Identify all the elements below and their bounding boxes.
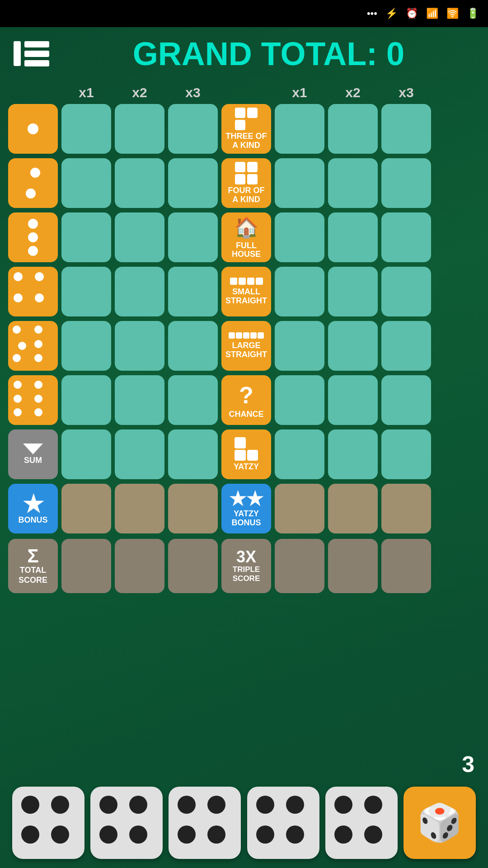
score-2-x1[interactable] [61, 158, 111, 208]
score-5-x3[interactable] [168, 321, 218, 371]
four-kind-x1[interactable] [275, 158, 324, 208]
small-straight-cell[interactable]: SMALLSTRAIGHT [221, 267, 271, 316]
bottom-score-row: Σ TOTALSCORE 3X TRIPLESCORE [8, 539, 480, 593]
total-x2[interactable] [115, 539, 164, 593]
large-straight-cell[interactable]: LARGESTRAIGHT [221, 321, 271, 371]
row-3: 🏠 FULLHOUSE [8, 212, 480, 262]
full-house-label: FULLHOUSE [232, 241, 261, 259]
menu-button[interactable] [14, 41, 49, 66]
score-1-x3[interactable] [168, 104, 218, 154]
die-4[interactable] [247, 787, 319, 859]
dice-face-3[interactable] [8, 212, 58, 262]
roll-button[interactable]: 🎲 [404, 787, 476, 859]
score-4-x3[interactable] [168, 267, 218, 316]
sum-x2[interactable] [115, 429, 164, 479]
chance-x1[interactable] [275, 375, 324, 425]
dice-face-2[interactable] [8, 158, 58, 208]
dice-face-1[interactable] [8, 104, 58, 154]
col-header-x3-left: x3 [168, 85, 218, 100]
total-x3[interactable] [168, 539, 218, 593]
score-3-x1[interactable] [61, 212, 111, 262]
bonus-x3[interactable] [168, 484, 218, 533]
sum-x3[interactable] [168, 429, 218, 479]
yatzy-x3[interactable] [381, 429, 431, 479]
yatzy-cell[interactable]: YATZY [221, 429, 271, 479]
total-score-label: TOTALSCORE [19, 566, 47, 585]
score-6-x2[interactable] [115, 375, 164, 425]
yatzy-label: YATZY [234, 462, 259, 472]
four-of-a-kind-cell[interactable]: FOUR OFA KIND [221, 158, 271, 208]
yatzy-bonus-x1[interactable] [275, 484, 324, 533]
score-3-x2[interactable] [115, 212, 164, 262]
row-8: ★ BONUS ★★ YATZYBONUS [8, 484, 480, 533]
sum-x1[interactable] [61, 429, 111, 479]
bonus-x1[interactable] [61, 484, 111, 533]
die-5-dot-4 [364, 826, 382, 844]
three-kind-x2[interactable] [328, 104, 378, 154]
die-3-dot-1 [178, 796, 196, 814]
triple-x3[interactable] [381, 539, 431, 593]
dice-face-4[interactable] [8, 267, 58, 316]
small-str-x1[interactable] [275, 267, 324, 316]
four-kind-x3[interactable] [381, 158, 431, 208]
full-house-x1[interactable] [275, 212, 324, 262]
score-4-x2[interactable] [115, 267, 164, 316]
die-1-dot-4 [51, 826, 69, 844]
signal-icon: 📶 [426, 8, 438, 19]
four-kind-x2[interactable] [328, 158, 378, 208]
dice-face-5[interactable] [8, 321, 58, 371]
four-of-a-kind-label: FOUR OFA KIND [228, 186, 265, 204]
large-str-x1[interactable] [275, 321, 324, 371]
triple-x1[interactable] [275, 539, 324, 593]
die-3-dot-3 [178, 826, 196, 844]
triple-score-cell[interactable]: 3X TRIPLESCORE [221, 539, 271, 593]
yatzy-x1[interactable] [275, 429, 324, 479]
score-1-x1[interactable] [61, 104, 111, 154]
three-kind-x1[interactable] [275, 104, 324, 154]
die-1[interactable] [12, 787, 84, 859]
die-4-dot-3 [256, 826, 274, 844]
die-3[interactable] [169, 787, 241, 859]
yatzy-x2[interactable] [328, 429, 378, 479]
wifi-icon: 🛜 [446, 8, 459, 19]
triple-x2[interactable] [328, 539, 378, 593]
large-str-x2[interactable] [328, 321, 378, 371]
col-header-x3-right: x3 [381, 85, 431, 100]
full-house-x3[interactable] [381, 212, 431, 262]
rolls-remaining: 3 [462, 751, 474, 778]
bonus-x2[interactable] [115, 484, 164, 533]
dice-tray: 🎲 [0, 787, 488, 859]
full-house-cell[interactable]: 🏠 FULLHOUSE [221, 212, 271, 262]
small-str-x3[interactable] [381, 267, 431, 316]
score-4-x1[interactable] [61, 267, 111, 316]
yatzy-bonus-x3[interactable] [381, 484, 431, 533]
total-score-cell[interactable]: Σ TOTALSCORE [8, 539, 58, 593]
three-kind-x3[interactable] [381, 104, 431, 154]
dice-face-6[interactable] [8, 375, 58, 425]
score-6-x1[interactable] [61, 375, 111, 425]
total-x1[interactable] [61, 539, 111, 593]
score-5-x2[interactable] [115, 321, 164, 371]
sum-cell[interactable]: SUM [8, 429, 58, 479]
chance-cell[interactable]: ? CHANCE [221, 375, 271, 425]
chance-x3[interactable] [381, 375, 431, 425]
full-house-x2[interactable] [328, 212, 378, 262]
three-of-a-kind-cell[interactable]: THREE OFA KIND [221, 104, 271, 154]
score-5-x1[interactable] [61, 321, 111, 371]
chance-x2[interactable] [328, 375, 378, 425]
score-2-x2[interactable] [115, 158, 164, 208]
small-str-x2[interactable] [328, 267, 378, 316]
score-6-x3[interactable] [168, 375, 218, 425]
score-3-x3[interactable] [168, 212, 218, 262]
yatzy-bonus-x2[interactable] [328, 484, 378, 533]
die-2-dot-2 [129, 796, 147, 814]
die-5[interactable] [325, 787, 398, 859]
yatzy-bonus-label: YATZYBONUS [231, 509, 261, 528]
score-2-x3[interactable] [168, 158, 218, 208]
score-1-x2[interactable] [115, 104, 164, 154]
bonus-cell[interactable]: ★ BONUS [8, 484, 58, 533]
die-2[interactable] [90, 787, 163, 859]
large-str-x3[interactable] [381, 321, 431, 371]
column-headers: x1 x2 x3 x1 x2 x3 [8, 85, 480, 100]
yatzy-bonus-cell[interactable]: ★★ YATZYBONUS [221, 484, 271, 533]
